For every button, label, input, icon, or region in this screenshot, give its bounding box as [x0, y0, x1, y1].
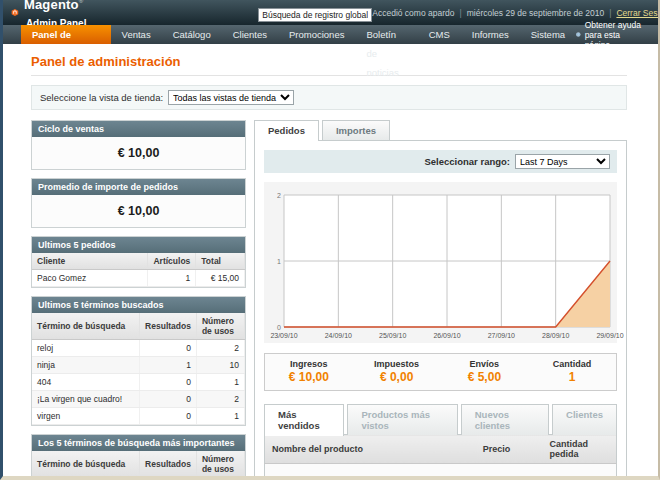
svg-text:29/09/10: 29/09/10 [596, 332, 623, 339]
stat-ingresos: Ingresos € 10,00 [265, 359, 353, 384]
column-header: Resultados [140, 451, 197, 478]
totals-bar: Ingresos € 10,00 Impuestos € 0,00 Envíos… [264, 353, 617, 391]
column-header: Total [196, 253, 245, 270]
top-search-terms-box: Los 5 términos de búsqueda más important… [31, 434, 246, 480]
store-view-select[interactable]: Todas las vistas de tienda [168, 90, 294, 105]
svg-text:27/09/10: 27/09/10 [488, 332, 515, 339]
nav-item-dashboard[interactable]: Panel de administración [21, 25, 111, 44]
stat-envios: Envíos € 5,00 [441, 359, 529, 384]
last-orders-title: Ultimos 5 pedidos [32, 237, 245, 253]
column-header: Nombre del producto [265, 435, 476, 464]
last-search-terms-title: Ultimos 5 términos buscados [32, 297, 245, 313]
table-row[interactable]: reloj 0 2 [32, 340, 245, 357]
svg-text:28/09/10: 28/09/10 [542, 332, 569, 339]
nav-item-cms[interactable]: CMS [418, 25, 461, 44]
magento-logo-icon [11, 5, 19, 20]
svg-text:2: 2 [277, 192, 281, 199]
store-view-label: Seleccione la vista de tienda: [40, 92, 163, 103]
store-view-bar: Seleccione la vista de tienda: Todas las… [31, 85, 627, 110]
current-date: miércoles 29 de septiembre de 2010 [467, 8, 605, 18]
table-row[interactable]: ¡La virgen que cuadro! 0 2 [32, 391, 245, 408]
lifetime-sales-box: Ciclo de ventas € 10,00 [31, 120, 246, 170]
logo-trademark: ® [79, 0, 83, 3]
table-row[interactable]: ninja 1 10 [32, 357, 245, 374]
nav-item-promociones[interactable]: Promociones [278, 25, 355, 44]
nav-item-ventas[interactable]: Ventas [111, 25, 162, 44]
page-content: Panel de administración Seleccione la vi… [3, 44, 658, 480]
dashboard-sidebar: Ciclo de ventas € 10,00 Promedio de impo… [31, 120, 246, 480]
tab-mas-vendidos[interactable]: Más vendidos [264, 404, 344, 436]
page-title: Panel de administración [31, 54, 627, 76]
column-header: Número de usos [196, 451, 244, 478]
logo-text: Magento [24, 0, 79, 12]
orders-chart: 01223/09/1024/09/1025/09/1026/09/1027/09… [266, 189, 618, 341]
header-separator [609, 8, 611, 18]
tab-importes[interactable]: Importes [322, 120, 390, 140]
nav-item-sistema[interactable]: Sistema [520, 25, 576, 44]
tab-pedidos[interactable]: Pedidos [254, 120, 319, 141]
nav-item-informes[interactable]: Informes [461, 25, 520, 44]
last-search-terms-box: Ultimos 5 términos buscados Término de b… [31, 296, 246, 426]
average-orders-box: Promedio de importe de pedidos € 10,00 [31, 178, 246, 228]
last-orders-box: Ultimos 5 pedidos Cliente Artículos Tota… [31, 236, 246, 288]
orders-chart-container: 01223/09/1024/09/1025/09/1026/09/1027/09… [264, 182, 617, 343]
top-search-terms-title: Los 5 términos de búsqueda más important… [32, 435, 245, 451]
tab-clientes[interactable]: Clientes [552, 404, 617, 435]
average-orders-title: Promedio de importe de pedidos [32, 179, 245, 195]
table-row[interactable]: virgen 0 1 [32, 408, 245, 425]
column-header: Cliente [32, 253, 148, 270]
column-header: Término de búsqueda [32, 313, 140, 340]
svg-text:1: 1 [277, 258, 281, 265]
table-row[interactable]: Paco Gomez 1 € 15,00 [32, 270, 245, 287]
table-row[interactable]: 404 0 1 [32, 374, 245, 391]
tab-nuevos-clientes[interactable]: Nuevos clientes [461, 404, 549, 435]
range-label: Seleccionar rango: [424, 156, 510, 167]
logout-link[interactable]: Cerrar Sesión [616, 8, 660, 18]
svg-text:24/09/10: 24/09/10 [325, 332, 352, 339]
range-select[interactable]: Last 7 Days [515, 154, 610, 169]
empty-grid-message: No se encontraron registros. [265, 464, 617, 480]
stat-impuestos: Impuestos € 0,00 [353, 359, 441, 384]
svg-text:0: 0 [277, 324, 281, 331]
help-link[interactable]: Obtener ayuda para esta página [576, 25, 658, 44]
global-search-input[interactable] [258, 8, 372, 22]
globe-icon [576, 30, 581, 39]
svg-text:25/09/10: 25/09/10 [379, 332, 406, 339]
average-orders-value: € 10,00 [32, 195, 245, 227]
main-navigation: Panel de administración Ventas Catálogo … [3, 25, 658, 44]
logged-in-as: Accedió como apardo [372, 8, 454, 18]
svg-text:26/09/10: 26/09/10 [433, 332, 460, 339]
column-header: Número de usos [196, 313, 244, 340]
tab-productos-mas-vistos[interactable]: Productos más vistos [347, 404, 457, 435]
nav-item-boletin[interactable]: Boletín de noticias [355, 25, 417, 44]
header-separator [459, 8, 461, 18]
dashboard-main: Pedidos Importes Seleccionar rango: Last… [254, 120, 627, 480]
column-header: Término de búsqueda [32, 451, 140, 478]
top-header: Magento® Admin Panel Accedió como apardo… [3, 0, 658, 25]
magento-admin-window: Magento® Admin Panel Accedió como apardo… [0, 0, 660, 480]
stat-cantidad: Cantidad 1 [528, 359, 616, 384]
column-header: Precio [476, 435, 543, 464]
column-header: Resultados [140, 313, 197, 340]
svg-text:23/09/10: 23/09/10 [270, 332, 297, 339]
nav-item-catalogo[interactable]: Catálogo [162, 25, 222, 44]
column-header: Cantidad pedida [543, 435, 617, 464]
orders-panel: Seleccionar rango: Last 7 Days 01223/09/… [254, 140, 627, 480]
bestsellers-grid: Nombre del producto Precio Cantidad pedi… [264, 434, 617, 480]
lifetime-sales-value: € 10,00 [32, 137, 245, 169]
nav-item-clientes[interactable]: Clientes [222, 25, 278, 44]
lifetime-sales-title: Ciclo de ventas [32, 121, 245, 137]
column-header: Artículos [148, 253, 196, 270]
